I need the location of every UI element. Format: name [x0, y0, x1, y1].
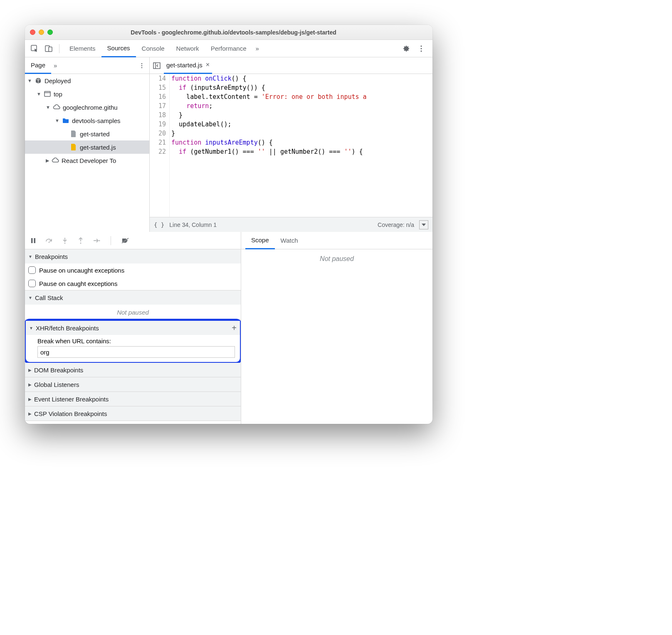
step-icon[interactable] [92, 238, 101, 244]
page-tab[interactable]: Page [25, 57, 51, 74]
svg-point-16 [64, 242, 66, 244]
global-listeners-section: ▶Global Listeners [25, 377, 241, 392]
panel-tabs: Elements Sources Console Network Perform… [64, 40, 398, 57]
tree-label: top [54, 91, 62, 98]
debugger-toolbar-row: Scope Watch [25, 232, 432, 249]
call-stack-section: ▼Call Stack Not paused [25, 290, 241, 320]
file-tree: ▼ Deployed ▼ top ▼ googlechrome.githu ▼ [25, 74, 149, 232]
navigator-tabs: Page » [25, 57, 149, 74]
step-over-icon[interactable] [45, 238, 53, 244]
svg-rect-14 [34, 238, 36, 243]
event-listener-breakpoints-header[interactable]: ▶Event Listener Breakpoints [25, 392, 241, 406]
step-out-icon[interactable] [77, 237, 85, 244]
cursor-position: Line 34, Column 1 [169, 222, 217, 228]
add-xhr-breakpoint-icon[interactable]: + [232, 323, 237, 333]
dom-breakpoints-section: ▶DOM Breakpoints [25, 363, 241, 377]
svg-point-18 [99, 240, 100, 241]
sources-panel: Page » ▼ Deployed ▼ top ▼ [25, 57, 432, 232]
js-file-icon [70, 143, 77, 151]
tab-elements[interactable]: Elements [64, 40, 101, 57]
global-listeners-header[interactable]: ▶Global Listeners [25, 377, 241, 391]
device-mode-icon[interactable] [42, 42, 55, 55]
tree-top[interactable]: ▼ top [25, 87, 149, 101]
pause-caught-row[interactable]: Pause on caught exceptions [25, 277, 241, 290]
show-drawer-icon[interactable] [419, 220, 428, 229]
xhr-section-highlight: ▼XHR/fetch Breakpoints + Break when URL … [25, 319, 241, 364]
scope-watch-tabs: Scope Watch [241, 232, 432, 249]
more-tabs-button[interactable]: » [252, 40, 262, 57]
scope-tab[interactable]: Scope [245, 232, 275, 249]
minimize-window-button[interactable] [39, 30, 44, 35]
xhr-url-input[interactable] [37, 346, 235, 358]
tab-network[interactable]: Network [170, 40, 205, 57]
navigator-more-tabs[interactable]: » [54, 62, 57, 69]
tree-label: devtools-samples [72, 117, 121, 124]
window-title: DevTools - googlechrome.github.io/devtoo… [56, 29, 427, 36]
step-into-icon[interactable] [61, 237, 69, 244]
csp-violation-breakpoints-header[interactable]: ▶CSP Violation Breakpoints [25, 406, 241, 421]
scope-not-paused: Not paused [241, 249, 432, 424]
checkbox-icon[interactable] [28, 266, 36, 274]
editor-tab-get-started-js[interactable]: get-started.js × [164, 57, 212, 74]
xhr-breakpoints-section: ▼XHR/fetch Breakpoints + Break when URL … [26, 321, 240, 362]
svg-rect-13 [31, 238, 33, 243]
tree-label: get-started.js [80, 144, 116, 151]
svg-point-7 [141, 65, 143, 66]
navigator-sidebar: Page » ▼ Deployed ▼ top ▼ [25, 57, 150, 232]
pause-icon[interactable] [29, 238, 37, 244]
csp-violation-breakpoints-section: ▶CSP Violation Breakpoints [25, 406, 241, 421]
inspect-element-icon[interactable] [28, 42, 41, 55]
tab-console[interactable]: Console [136, 40, 170, 57]
xhr-breakpoints-header[interactable]: ▼XHR/fetch Breakpoints + [26, 321, 240, 335]
maximize-window-button[interactable] [47, 30, 53, 35]
tree-deployed[interactable]: ▼ Deployed [25, 74, 149, 87]
svg-rect-9 [44, 91, 50, 96]
navigator-menu-icon[interactable] [134, 62, 149, 69]
frame-icon [44, 90, 51, 98]
breakpoints-header[interactable]: ▼Breakpoints [25, 249, 241, 263]
devtools-window: DevTools - googlechrome.github.io/devtoo… [25, 25, 432, 424]
tree-label: Deployed [44, 77, 71, 84]
titlebar: DevTools - googlechrome.github.io/devtoo… [25, 25, 432, 40]
tree-react-ext[interactable]: ▶ React Developer To [25, 154, 149, 167]
pause-uncaught-row[interactable]: Pause on uncaught exceptions [25, 263, 241, 277]
toggle-sidebar-icon[interactable] [153, 62, 161, 69]
checkbox-icon[interactable] [28, 280, 36, 287]
editor-tabs: get-started.js × [150, 57, 432, 74]
tree-label: React Developer To [62, 157, 116, 164]
close-tab-icon[interactable]: × [206, 61, 210, 69]
tree-label: get-started [80, 130, 110, 138]
kebab-menu-icon[interactable] [415, 42, 427, 55]
settings-icon[interactable] [400, 42, 413, 55]
document-icon [70, 130, 77, 138]
tree-folder[interactable]: ▼ devtools-samples [25, 114, 149, 127]
svg-point-8 [141, 67, 143, 68]
toolbar-divider [59, 44, 59, 53]
tree-file-js[interactable]: get-started.js [25, 140, 149, 154]
code-editor[interactable]: 141516171819202122 function onClick() { … [150, 74, 432, 217]
traffic-lights [30, 30, 53, 35]
tree-label: googlechrome.githu [63, 104, 118, 111]
svg-point-15 [49, 241, 50, 243]
tree-origin[interactable]: ▼ googlechrome.githu [25, 101, 149, 114]
svg-point-3 [420, 45, 422, 47]
main-toolbar: Elements Sources Console Network Perform… [25, 40, 432, 57]
coverage-status: Coverage: n/a [378, 222, 414, 228]
pretty-print-icon[interactable]: { } [154, 222, 164, 228]
debugger-divider [111, 236, 111, 245]
tab-sources[interactable]: Sources [101, 40, 136, 57]
close-window-button[interactable] [30, 30, 35, 35]
dom-breakpoints-header[interactable]: ▶DOM Breakpoints [25, 363, 241, 377]
svg-point-6 [141, 63, 143, 64]
deactivate-breakpoints-icon[interactable] [121, 237, 129, 244]
tab-performance[interactable]: Performance [205, 40, 252, 57]
cloud-icon [52, 157, 59, 164]
tree-file-html[interactable]: get-started [25, 127, 149, 140]
cube-icon [35, 77, 42, 84]
debugger-controls [25, 232, 241, 249]
call-stack-header[interactable]: ▼Call Stack [25, 290, 241, 305]
breakpoint-panels: ▼Breakpoints Pause on uncaught exception… [25, 249, 241, 424]
code-area[interactable]: function onClick() { if (inputsAreEmpty(… [170, 74, 432, 217]
watch-tab[interactable]: Watch [275, 237, 304, 244]
svg-point-4 [420, 48, 422, 49]
